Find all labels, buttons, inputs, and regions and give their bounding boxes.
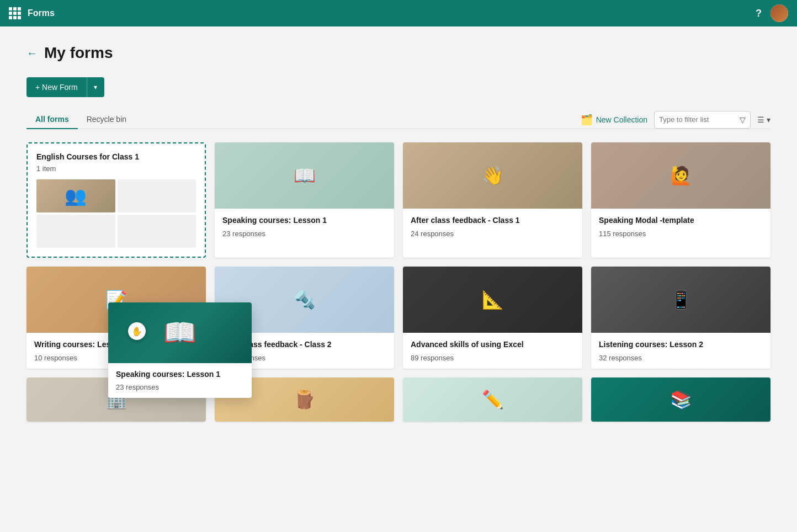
card-image-phone-glasses: 📱 <box>591 267 771 333</box>
drag-card-title: Speaking courses: Lesson 1 <box>116 370 244 379</box>
form-card-after-class-1[interactable]: 👋 After class feedback - Class 1 24 resp… <box>403 142 582 258</box>
back-arrow-icon: ← <box>26 47 38 59</box>
card-title-listening: Listening courses: Lesson 2 <box>599 339 763 349</box>
drag-cursor-icon: ✋ <box>128 322 146 340</box>
card-body-after-class-1: After class feedback - Class 1 24 respon… <box>403 209 582 244</box>
collection-thumb-3 <box>36 215 115 248</box>
card-image-books: 📖 <box>215 142 394 209</box>
back-button[interactable]: ← <box>26 47 38 60</box>
card-image-classroom: 👋 <box>403 142 582 209</box>
help-button[interactable]: ? <box>756 8 762 19</box>
collection-thumb-1: 👥 <box>36 179 115 212</box>
form-card-excel[interactable]: 📐 Advanced skills of using Excel 89 resp… <box>403 267 582 369</box>
app-title: Forms <box>28 8 55 18</box>
filter-icon: ▽ <box>740 115 746 124</box>
card-image-pencils: ✏️ <box>403 377 582 422</box>
nav-right: ? <box>756 4 788 22</box>
nav-left: Forms <box>9 7 55 19</box>
card-image-teal-book: 📚 <box>591 377 771 422</box>
form-card-books-open[interactable]: 📖 Speaking courses: Lesson 1 23 response… <box>215 142 394 258</box>
new-collection-button[interactable]: 🗂️ New Collection <box>581 114 647 126</box>
forms-grid: English Courses for Class 1 1 item 👥 📖 S… <box>26 142 771 422</box>
app-grid-icon[interactable] <box>9 7 21 19</box>
dropdown-chevron-icon: ▾ <box>94 83 97 91</box>
page-title: My forms <box>44 44 113 62</box>
collection-thumbnails: 👥 <box>36 179 196 248</box>
card-title: Speaking courses: Lesson 1 <box>222 215 386 225</box>
drag-overlay-image: 📖 ✋ <box>108 302 252 363</box>
new-collection-label: New Collection <box>596 115 647 124</box>
collection-card[interactable]: English Courses for Class 1 1 item 👥 <box>26 142 206 258</box>
toolbar: + New Form ▾ <box>26 77 771 97</box>
card-image-math: 📐 <box>403 267 582 333</box>
collection-title: English Courses for Class 1 <box>36 152 196 161</box>
avatar[interactable] <box>771 4 788 22</box>
collection-meta: 1 item <box>36 164 196 173</box>
top-navigation: Forms ? <box>0 0 797 26</box>
card-image-speaking-modal: 🙋 <box>591 142 771 209</box>
drag-card-body: Speaking courses: Lesson 1 23 responses <box>108 363 252 398</box>
card-responses-speaking-modal: 115 responses <box>599 230 763 238</box>
page-header: ← My forms <box>26 44 771 62</box>
tab-recycle-bin[interactable]: Recycle bin <box>78 110 135 129</box>
main-content: ← My forms + New Form ▾ All forms Recycl… <box>0 26 797 532</box>
avatar-image <box>771 4 788 22</box>
sort-chevron-icon: ▾ <box>767 115 771 124</box>
card-responses-listening: 32 responses <box>599 354 763 362</box>
card-body: Speaking courses: Lesson 1 23 responses <box>215 209 394 244</box>
card-title-after-class-1: After class feedback - Class 1 <box>411 215 575 225</box>
drag-overlay: 📖 ✋ Speaking courses: Lesson 1 23 respon… <box>108 302 252 398</box>
card-title-speaking-modal: Speaking Modal -template <box>599 215 763 225</box>
new-form-group: + New Form ▾ <box>26 77 104 97</box>
form-card-listening[interactable]: 📱 Listening courses: Lesson 2 32 respons… <box>591 267 771 369</box>
card-responses-excel: 89 responses <box>411 354 575 362</box>
tabs-row: All forms Recycle bin 🗂️ New Collection … <box>26 110 771 129</box>
new-form-dropdown-button[interactable]: ▾ <box>87 77 104 97</box>
sort-button[interactable]: ☰ ▾ <box>757 115 771 124</box>
card-title-excel: Advanced skills of using Excel <box>411 339 575 349</box>
tab-all-forms[interactable]: All forms <box>26 110 78 129</box>
filter-box: ▽ <box>654 111 751 129</box>
tabs-right: 🗂️ New Collection ▽ ☰ ▾ <box>581 111 771 129</box>
filter-input[interactable] <box>659 115 736 124</box>
card-body-speaking-modal: Speaking Modal -template 115 responses <box>591 209 771 244</box>
card-body-listening: Listening courses: Lesson 2 32 responses <box>591 333 771 369</box>
form-card-bottom-3[interactable]: ✏️ <box>403 377 582 422</box>
card-responses: 23 responses <box>222 230 386 238</box>
collection-icon: 🗂️ <box>581 114 593 126</box>
drag-card-responses: 23 responses <box>116 383 244 391</box>
card-responses-after-class-1: 24 responses <box>411 230 575 238</box>
card-body-excel: Advanced skills of using Excel 89 respon… <box>403 333 582 369</box>
form-card-bottom-4[interactable]: 📚 <box>591 377 771 422</box>
tabs-left: All forms Recycle bin <box>26 110 581 129</box>
new-form-button[interactable]: + New Form <box>26 77 87 97</box>
collection-thumb-2 <box>118 179 196 212</box>
collection-thumb-4 <box>118 215 196 248</box>
sort-lines-icon: ☰ <box>757 115 764 124</box>
form-card-speaking-modal[interactable]: 🙋 Speaking Modal -template 115 responses <box>591 142 771 258</box>
drag-book-icon: 📖 <box>163 317 196 348</box>
